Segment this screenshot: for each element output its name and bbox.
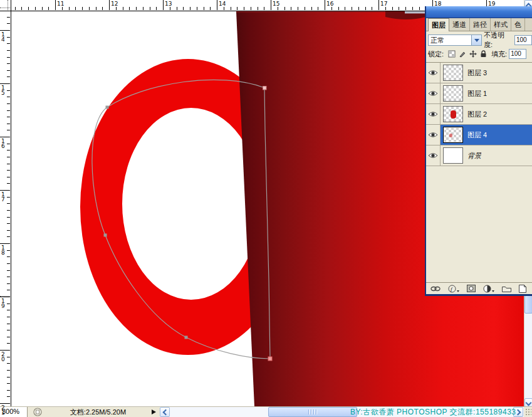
scroll-left-button[interactable] bbox=[160, 407, 170, 417]
lock-image-brush-icon[interactable] bbox=[459, 50, 466, 58]
ruler-tick bbox=[163, 0, 164, 10]
layers-palette: 图层 通道 路径 样式 色 正常 不透明度: 100 锁定: bbox=[425, 6, 532, 296]
lock-position-move-icon[interactable] bbox=[469, 50, 477, 58]
path-anchor[interactable] bbox=[106, 106, 109, 109]
chevron-down-icon[interactable] bbox=[471, 35, 481, 45]
left-ruler[interactable]: 1 41 51 61 71 81 92 02 1 bbox=[0, 11, 11, 406]
layer-name[interactable]: 背景 bbox=[467, 151, 481, 161]
layer-row[interactable]: 背景 bbox=[426, 145, 532, 166]
ruler-tick bbox=[7, 396, 10, 397]
tab-paths[interactable]: 路径 bbox=[470, 18, 491, 31]
fill-label: 填充: bbox=[491, 50, 507, 59]
palette-titlebar[interactable] bbox=[426, 6, 532, 18]
layer-group-icon[interactable] bbox=[502, 285, 511, 292]
layer-thumbnail[interactable] bbox=[443, 127, 463, 143]
status-preview-button[interactable] bbox=[30, 407, 45, 417]
ruler-label: 1 9 bbox=[1, 298, 5, 309]
layer-row[interactable]: 图层 2 bbox=[426, 104, 532, 125]
vertical-scrollbar-thumb[interactable] bbox=[524, 295, 532, 314]
ruler-tick bbox=[331, 7, 332, 10]
layer-mask-icon[interactable] bbox=[467, 285, 476, 292]
lock-transparency-icon[interactable] bbox=[448, 50, 456, 58]
ruler-tick bbox=[271, 0, 271, 10]
layer-name[interactable]: 图层 4 bbox=[467, 130, 487, 140]
resize-grip[interactable] bbox=[525, 408, 531, 416]
eye-icon bbox=[428, 132, 438, 138]
thumb-grip bbox=[311, 409, 312, 414]
ruler-tick bbox=[183, 7, 184, 10]
adjustment-layer-icon[interactable] bbox=[483, 285, 494, 293]
ruler-tick bbox=[96, 7, 96, 10]
ruler-tick bbox=[224, 7, 224, 10]
layer-thumbnail[interactable] bbox=[443, 65, 463, 81]
ruler-tick bbox=[102, 7, 103, 10]
ruler-tick bbox=[7, 330, 10, 330]
path-anchor[interactable] bbox=[185, 336, 188, 339]
ruler-tick bbox=[7, 130, 10, 130]
tab-layers[interactable]: 图层 bbox=[428, 18, 449, 31]
status-menu-arrow-button[interactable] bbox=[152, 409, 156, 414]
tab-styles[interactable]: 样式 bbox=[491, 18, 511, 31]
ruler-tick bbox=[7, 343, 10, 344]
ruler-tick bbox=[284, 7, 285, 10]
new-layer-icon[interactable] bbox=[519, 285, 526, 293]
ruler-tick bbox=[365, 7, 366, 10]
path-anchor[interactable] bbox=[263, 87, 267, 90]
ruler-label: 15 bbox=[273, 1, 279, 7]
fill-field[interactable]: 100 bbox=[509, 49, 526, 59]
ruler-tick bbox=[89, 7, 90, 10]
ruler-tick bbox=[15, 7, 16, 10]
tab-swatches[interactable]: 色 bbox=[511, 18, 525, 31]
layer-style-icon[interactable]: f bbox=[448, 285, 459, 293]
visibility-toggle[interactable] bbox=[426, 63, 441, 83]
layer-row[interactable]: 图层 3 bbox=[426, 63, 532, 83]
ruler-tick bbox=[7, 117, 10, 117]
layer-row-selected[interactable]: 图层 4 bbox=[426, 125, 532, 145]
link-icon[interactable] bbox=[430, 286, 441, 292]
lock-all-padlock-icon[interactable] bbox=[480, 50, 487, 58]
ruler-tick bbox=[7, 77, 10, 77]
layer-name[interactable]: 图层 2 bbox=[467, 110, 487, 119]
ruler-tick bbox=[7, 324, 10, 324]
layer-thumbnail[interactable] bbox=[443, 85, 463, 102]
ruler-tick bbox=[7, 223, 10, 224]
ruler-tick bbox=[69, 7, 70, 10]
layer-name[interactable]: 图层 1 bbox=[467, 89, 487, 98]
ruler-tick bbox=[0, 190, 10, 191]
opacity-field[interactable]: 100 bbox=[514, 35, 532, 45]
ruler-tick bbox=[7, 250, 10, 251]
ruler-tick bbox=[7, 283, 10, 284]
path-anchor[interactable] bbox=[268, 357, 272, 361]
ruler-tick bbox=[136, 7, 137, 10]
ruler-tick bbox=[7, 210, 10, 211]
ruler-label: 1 8 bbox=[1, 245, 5, 255]
ruler-tick bbox=[7, 370, 10, 371]
ruler-tick bbox=[35, 7, 36, 10]
ruler-corner[interactable] bbox=[0, 0, 11, 11]
ruler-tick bbox=[75, 7, 76, 10]
ruler-tick bbox=[412, 7, 413, 10]
ruler-tick bbox=[116, 7, 117, 10]
visibility-toggle[interactable] bbox=[426, 104, 441, 124]
ruler-tick bbox=[7, 97, 10, 97]
ruler-tick bbox=[237, 7, 237, 10]
visibility-toggle[interactable] bbox=[426, 145, 441, 166]
layer-row[interactable]: 图层 1 bbox=[426, 83, 532, 104]
visibility-toggle[interactable] bbox=[426, 83, 441, 103]
horizontal-scrollbar-thumb[interactable] bbox=[268, 407, 357, 417]
ruler-tick bbox=[62, 7, 63, 10]
visibility-toggle[interactable] bbox=[426, 125, 441, 145]
ruler-tick bbox=[7, 103, 10, 104]
blend-mode-dropdown[interactable]: 正常 bbox=[428, 34, 482, 46]
layer-thumbnail[interactable] bbox=[443, 106, 463, 122]
watermark-text: BY:古欲香萧 PHOTOSHOP 交流群:155189433 bbox=[350, 407, 516, 417]
tab-channels[interactable]: 通道 bbox=[449, 18, 470, 31]
layer-thumbnail[interactable] bbox=[443, 147, 463, 164]
ruler-tick bbox=[7, 383, 10, 384]
document-size-info[interactable]: 文档:2.25M/5.20M bbox=[46, 407, 150, 417]
ruler-tick bbox=[210, 7, 211, 10]
layer-name[interactable]: 图层 3 bbox=[467, 68, 487, 78]
path-anchor[interactable] bbox=[104, 234, 107, 237]
ruler-tick bbox=[7, 236, 10, 237]
ruler-tick bbox=[0, 243, 10, 244]
